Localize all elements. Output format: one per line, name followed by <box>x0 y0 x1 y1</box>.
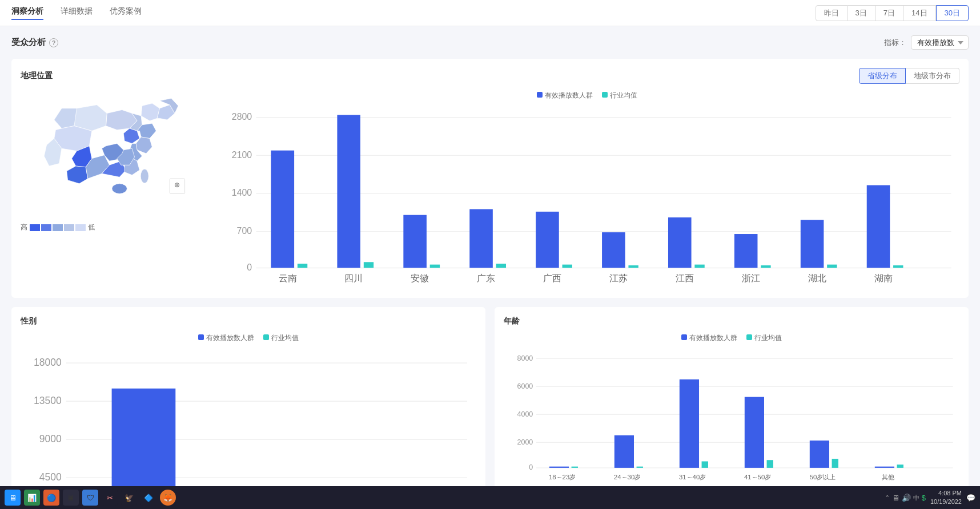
geo-bar-svg: 2800 2100 1400 700 0 云南 <box>215 105 959 287</box>
time-btn-14d[interactable]: 14日 <box>903 5 935 21</box>
taskbar-icon-6[interactable]: ✂ <box>102 490 118 506</box>
svg-point-20 <box>112 184 127 194</box>
svg-text:6000: 6000 <box>517 382 533 390</box>
legend-block-5 <box>75 224 86 231</box>
svg-text:湖北: 湖北 <box>808 273 826 283</box>
map-legend-high: 高 <box>21 223 27 232</box>
audience-title: 受众分析 ? <box>11 37 58 48</box>
gender-legend-2: 行业均值 <box>263 333 299 343</box>
bottom-row: 性别 有效播放数人群 行业均值 18000 13500 9000 4500 0 … <box>11 307 969 509</box>
bar-age-other <box>875 466 894 467</box>
bar-yunnan <box>271 151 295 268</box>
svg-text:江西: 江西 <box>676 273 694 283</box>
age-section: 年龄 有效播放数人群 行业均值 8000 6000 4000 2000 0 18… <box>495 307 969 509</box>
metric-dropdown[interactable]: 有效播放数 <box>911 35 969 50</box>
geo-title: 地理位置 <box>21 71 53 81</box>
geo-section: 地理位置 省级分布 地级市分布 <box>11 59 969 298</box>
svg-marker-13 <box>67 166 88 184</box>
taskbar-icon-1[interactable]: 🖥 <box>5 490 21 506</box>
svg-text:浙江: 浙江 <box>742 273 760 283</box>
bar-jiangxi <box>668 217 692 268</box>
gender-bar-svg: 18000 13500 9000 4500 0 男 女 <box>21 348 476 509</box>
audience-section-header: 受众分析 ? 指标： 有效播放数 <box>11 35 969 50</box>
taskbar-apps: 🖥 📊 🔵 🖩 🛡 ✂ 🦅 🔷 🦊 <box>5 490 176 506</box>
tray-text[interactable]: 中 <box>913 494 919 502</box>
bar-age-50-ind <box>832 459 838 468</box>
legend-block-4 <box>64 224 74 231</box>
province-dist-btn[interactable]: 省级分布 <box>859 68 906 84</box>
time-btn-7d[interactable]: 7日 <box>875 5 903 21</box>
age-legend-1: 有效播放数人群 <box>681 333 737 343</box>
gender-title: 性别 <box>21 316 476 326</box>
taskbar-notification[interactable]: 💬 <box>966 494 975 502</box>
bar-hubei-ind <box>827 265 837 268</box>
city-dist-btn[interactable]: 地级市分布 <box>906 68 959 84</box>
svg-text:0: 0 <box>529 463 533 471</box>
svg-text:其他: 其他 <box>882 474 894 480</box>
map-container: ⊕ 高 低 <box>21 91 203 289</box>
svg-text:广东: 广东 <box>477 273 495 283</box>
bar-age-41-ind <box>767 460 773 468</box>
time-btn-3d[interactable]: 3日 <box>848 5 875 21</box>
bar-zhejiang <box>734 234 758 268</box>
bar-hunan-ind <box>893 265 903 268</box>
geo-chart: 有效播放数人群 行业均值 2800 2100 1400 700 0 <box>215 91 959 289</box>
age-title: 年龄 <box>504 316 959 326</box>
svg-text:8000: 8000 <box>517 354 533 362</box>
bar-guangxi-ind <box>563 265 572 268</box>
nav-item-detail[interactable]: 详细数据 <box>61 6 93 20</box>
svg-text:江苏: 江苏 <box>609 273 628 283</box>
tray-green[interactable]: $ <box>922 494 926 502</box>
svg-marker-5 <box>54 108 77 128</box>
svg-text:广西: 广西 <box>543 273 561 283</box>
svg-text:18000: 18000 <box>34 357 62 368</box>
tray-arrow[interactable]: ⌃ <box>885 494 890 502</box>
bar-age-24 <box>614 435 634 468</box>
svg-text:0: 0 <box>247 262 252 272</box>
bar-age-18-ind <box>572 466 578 467</box>
svg-text:云南: 云南 <box>279 273 297 283</box>
top-nav: 洞察分析 详细数据 优秀案例 <box>11 6 142 20</box>
sys-tray: ⌃ 🖥 🔊 中 $ <box>885 494 926 502</box>
taskbar-icon-4[interactable]: 🖩 <box>63 490 79 506</box>
distribution-btns: 省级分布 地级市分布 <box>859 68 959 84</box>
bar-anhui-ind <box>430 265 440 268</box>
svg-text:1400: 1400 <box>232 188 252 197</box>
bar-guangdong-ind <box>496 264 506 268</box>
legend-block-1 <box>30 224 40 231</box>
svg-text:⊕: ⊕ <box>174 181 180 189</box>
age-bar-svg: 8000 6000 4000 2000 0 18～23岁 24～30岁 <box>504 348 959 497</box>
taskbar-icon-2[interactable]: 📊 <box>24 490 40 506</box>
taskbar-icon-9[interactable]: 🦊 <box>160 490 176 506</box>
taskbar-icon-7[interactable]: 🦅 <box>121 490 137 506</box>
legend-block-3 <box>53 224 63 231</box>
taskbar-time: 4:08 PM 10/19/2022 <box>930 489 962 507</box>
time-btn-yesterday[interactable]: 昨日 <box>816 5 848 21</box>
taskbar-icon-8[interactable]: 🔷 <box>140 490 156 506</box>
taskbar-icon-3[interactable]: 🔵 <box>43 490 59 506</box>
bar-sichuan <box>337 115 360 268</box>
legend-block-2 <box>41 224 51 231</box>
svg-text:50岁以上: 50岁以上 <box>810 474 836 480</box>
nav-item-insight[interactable]: 洞察分析 <box>11 6 43 20</box>
svg-marker-8 <box>136 137 152 153</box>
bar-anhui <box>403 215 427 268</box>
time-btn-30d[interactable]: 30日 <box>936 5 969 21</box>
main-content: 受众分析 ? 指标： 有效播放数 地理位置 省级分布 地级市分布 <box>0 26 980 509</box>
help-icon[interactable]: ? <box>49 38 58 47</box>
gender-legend: 有效播放数人群 行业均值 <box>21 333 476 343</box>
bar-yunnan-ind <box>298 264 307 268</box>
bar-hunan <box>867 185 890 268</box>
tray-network[interactable]: 🖥 <box>892 494 899 502</box>
svg-text:湖南: 湖南 <box>874 273 893 283</box>
age-legend-2: 行业均值 <box>746 333 782 343</box>
taskbar-icon-5[interactable]: 🛡 <box>82 490 98 506</box>
bar-age-31-ind <box>702 461 708 467</box>
tray-speaker[interactable]: 🔊 <box>902 494 911 502</box>
bar-sichuan-ind <box>364 262 373 268</box>
bar-guangdong <box>469 209 493 268</box>
map-legend: 高 低 <box>21 223 203 232</box>
nav-item-cases[interactable]: 优秀案例 <box>110 6 142 20</box>
bar-jiangxi-ind <box>694 265 704 268</box>
map-legend-low: 低 <box>88 223 95 232</box>
